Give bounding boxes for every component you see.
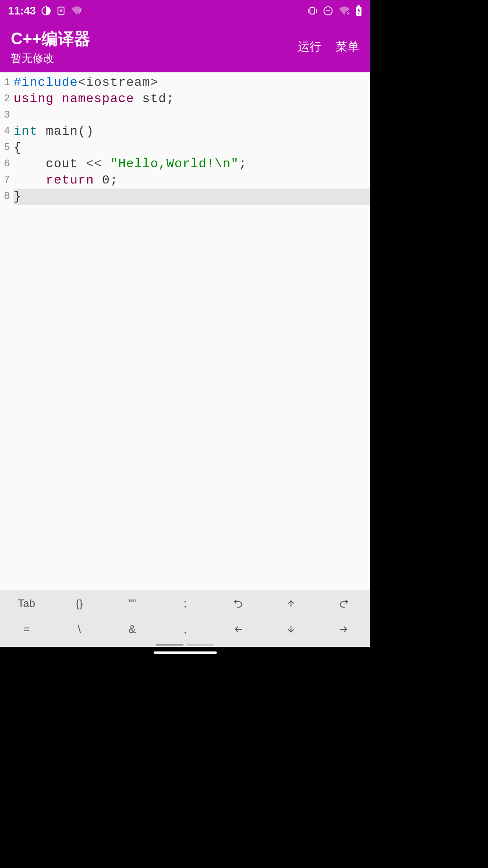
line-number: 8 (0, 189, 12, 205)
status-right: ✕ (307, 5, 362, 16)
scroll-segment-inactive (187, 644, 214, 646)
key-quotes[interactable]: "" (106, 590, 159, 617)
status-left: 11:43 ? (8, 5, 83, 17)
key-comma[interactable]: , (159, 617, 211, 643)
key-amp[interactable]: & (106, 617, 159, 643)
code-line[interactable]: cout << "Hello,World!\n"; (14, 156, 370, 172)
svg-text:✕: ✕ (347, 11, 350, 15)
code-line[interactable]: #include<iostream> (14, 75, 370, 91)
line-number: 5 (0, 140, 12, 156)
status-time: 11:43 (8, 5, 36, 17)
scroll-segment-active (156, 644, 183, 646)
key-tab[interactable]: Tab (0, 590, 53, 617)
right-icon[interactable] (317, 617, 370, 643)
line-number: 6 (0, 156, 12, 172)
svg-rect-11 (357, 5, 360, 7)
line-gutter: 12345678 (0, 72, 12, 590)
key-semicolon[interactable]: ; (159, 590, 211, 617)
app-bar-title-group: C++编译器 暂无修改 (11, 28, 90, 66)
system-nav-bar[interactable] (0, 647, 370, 658)
download-icon (56, 6, 66, 16)
contrast-icon (41, 6, 51, 16)
up-icon[interactable] (264, 590, 317, 617)
code-line[interactable]: using namespace std; (14, 91, 370, 107)
menu-button[interactable]: 菜单 (336, 39, 359, 55)
wifi-question-icon: ? (71, 6, 83, 16)
nav-pill[interactable] (154, 651, 217, 654)
battery-charging-icon (356, 5, 362, 16)
key-braces[interactable]: {} (53, 590, 106, 617)
line-number: 1 (0, 75, 12, 91)
undo-icon[interactable] (211, 590, 264, 617)
vibrate-icon (307, 6, 318, 15)
key-backslash[interactable]: \ (53, 617, 106, 643)
toolbar-scroll-indicator (0, 642, 370, 647)
app-bar: C++编译器 暂无修改 运行 菜单 (0, 21, 370, 72)
wifi-error-icon: ✕ (338, 6, 350, 16)
code-editor[interactable]: 12345678 #include<iostream>using namespa… (0, 72, 370, 590)
redo-icon[interactable] (317, 590, 370, 617)
app-title: C++编译器 (11, 28, 90, 50)
svg-text:?: ? (79, 9, 81, 14)
code-content[interactable]: #include<iostream>using namespace std;in… (12, 72, 370, 590)
code-line[interactable]: { (14, 140, 370, 156)
svg-rect-3 (310, 8, 314, 14)
line-number: 4 (0, 123, 12, 140)
app-subtitle: 暂无修改 (11, 51, 90, 66)
toolbar-row-2: =\&, (0, 617, 370, 643)
left-icon[interactable] (211, 617, 264, 643)
app-bar-actions: 运行 菜单 (298, 39, 359, 55)
down-icon[interactable] (264, 617, 317, 643)
line-number: 2 (0, 91, 12, 107)
line-number: 7 (0, 172, 12, 189)
code-line[interactable]: int main() (14, 123, 370, 140)
status-bar: 11:43 ? ✕ (0, 0, 370, 21)
key-equals[interactable]: = (0, 617, 53, 643)
code-line[interactable]: } (14, 189, 370, 205)
toolbar-row-1: Tab{}""; (0, 590, 370, 617)
run-button[interactable]: 运行 (298, 39, 321, 55)
line-number: 3 (0, 107, 12, 123)
dnd-icon (323, 6, 333, 16)
code-line[interactable] (14, 107, 370, 123)
code-line[interactable]: return 0; (14, 172, 370, 189)
keyboard-toolbar: Tab{}""; =\&, (0, 590, 370, 647)
